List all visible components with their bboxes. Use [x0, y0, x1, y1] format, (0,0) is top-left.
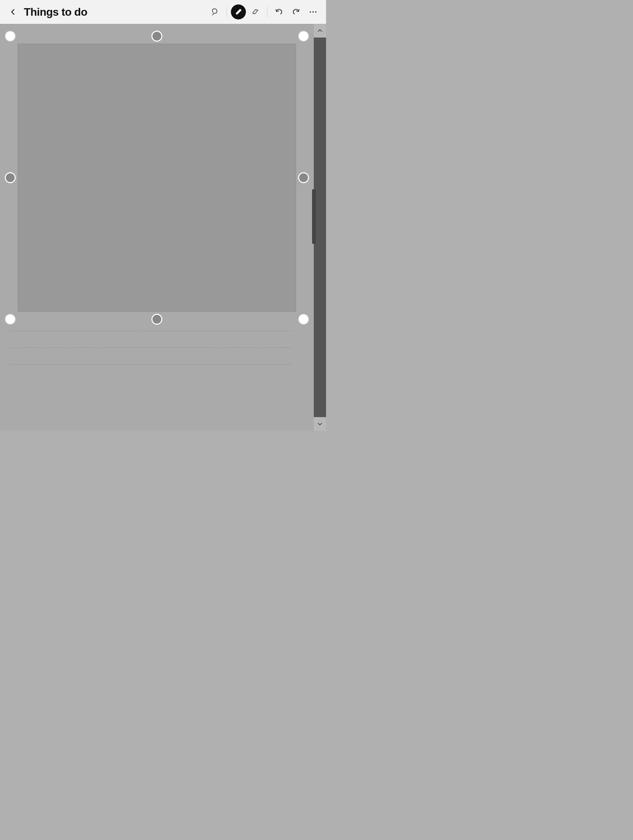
handle-bottom-right[interactable] — [298, 314, 309, 325]
undo-button[interactable] — [272, 5, 286, 19]
svg-point-2 — [315, 11, 317, 13]
handle-middle-left[interactable] — [5, 172, 16, 183]
canvas-inner-box — [18, 44, 296, 312]
scroll-track[interactable] — [314, 38, 326, 417]
redo-button[interactable] — [289, 5, 303, 19]
handle-top-middle[interactable] — [152, 31, 163, 42]
scroll-line — [314, 38, 326, 417]
svg-point-0 — [310, 11, 311, 13]
handle-middle-right[interactable] — [298, 172, 309, 183]
handle-top-left[interactable] — [5, 31, 16, 42]
ruled-line-3 — [10, 364, 291, 365]
divider-1 — [226, 6, 227, 17]
header-right — [207, 5, 320, 19]
eraser-tool-button[interactable] — [248, 5, 263, 19]
handle-top-right[interactable] — [298, 31, 309, 42]
handle-bottom-middle[interactable] — [152, 314, 163, 325]
page-title: Things to do — [24, 6, 87, 18]
lasso-tool-button[interactable] — [207, 5, 223, 19]
scroll-down-button[interactable] — [314, 417, 326, 431]
svg-point-1 — [313, 11, 314, 13]
header-left: Things to do — [5, 5, 87, 19]
more-button[interactable] — [306, 5, 320, 19]
scroll-thumb[interactable] — [312, 189, 316, 244]
divider-2 — [267, 6, 267, 17]
scrollbar[interactable] — [314, 24, 326, 431]
ruled-lines-area — [10, 331, 291, 381]
back-button[interactable] — [5, 5, 21, 19]
ruled-line-2 — [10, 347, 291, 348]
top-separator — [0, 24, 326, 24]
selection-box[interactable] — [10, 36, 303, 319]
pen-tool-button[interactable] — [231, 5, 246, 19]
canvas-area[interactable] — [0, 24, 314, 431]
handle-bottom-left[interactable] — [5, 314, 16, 325]
ruled-line-1 — [10, 331, 291, 331]
scroll-up-button[interactable] — [314, 24, 326, 38]
app-header: Things to do — [0, 0, 326, 24]
